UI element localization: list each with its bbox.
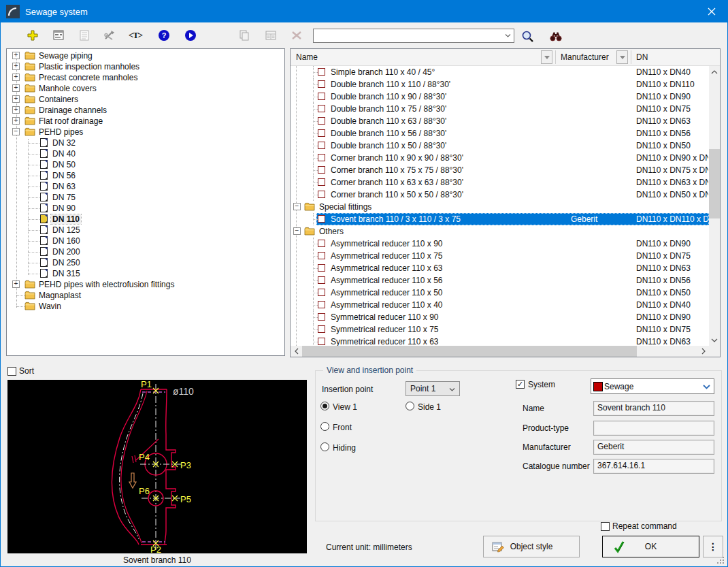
close-button[interactable] (696, 1, 727, 22)
more-options-button[interactable]: ⋮ (703, 536, 723, 557)
table-row[interactable]: Double branch 110 x 90 / 88°30'DN110 x D… (291, 91, 709, 103)
tree-item[interactable]: +Drainage channels (7, 105, 284, 116)
sort-option[interactable]: Sort (7, 366, 34, 376)
vertical-scrollbar[interactable] (709, 66, 720, 346)
table-row[interactable]: Double branch 110 x 63 / 88°30'DN110 x D… (291, 115, 709, 127)
tree-item[interactable]: DN 315 (7, 268, 284, 279)
copy-button[interactable] (238, 29, 250, 42)
item-checkbox[interactable] (318, 93, 325, 100)
search-dropdown-chevron-icon[interactable] (501, 34, 514, 37)
tree-item[interactable]: DN 250 (7, 257, 284, 268)
tree-item[interactable]: −PEHD pipes (7, 127, 284, 137)
item-checkbox[interactable] (318, 289, 325, 296)
item-checkbox[interactable] (318, 313, 325, 321)
sort-checkbox[interactable] (7, 367, 16, 376)
table-row[interactable]: Double branch 110 x 50 / 88°30'DN110 x D… (291, 140, 709, 152)
table-row[interactable]: Corner branch 110 x 90 x 90 / 88°30'DN11… (291, 152, 709, 164)
item-checkbox[interactable] (318, 338, 325, 345)
find-button[interactable] (548, 29, 563, 44)
name-filter-button[interactable] (541, 50, 552, 64)
tree-item[interactable]: DN 50 (7, 159, 284, 170)
item-checkbox[interactable] (318, 117, 325, 125)
item-checkbox[interactable] (318, 252, 325, 259)
tree-item[interactable]: DN 200 (7, 246, 284, 257)
table-group-row[interactable]: −Others (291, 225, 709, 238)
table-row[interactable]: Symmetrical reducer 110 x 63DN110 x DN63 (291, 336, 709, 346)
list-button[interactable] (78, 29, 90, 42)
details-button[interactable] (265, 29, 277, 42)
catalogue-number-field[interactable]: 367.614.16.1 (593, 459, 714, 474)
scroll-left-button[interactable] (291, 346, 302, 357)
tree-item[interactable]: DN 40 (7, 148, 284, 159)
tree-item[interactable]: DN 75 (7, 192, 284, 203)
tree-expander-icon[interactable]: + (12, 84, 20, 92)
group-expander-icon[interactable]: − (293, 227, 301, 235)
tree-item[interactable]: DN 90 (7, 203, 284, 214)
insertion-point-select[interactable]: Point 1 (406, 381, 460, 396)
new-object-button[interactable] (52, 29, 65, 42)
tree-item[interactable]: +Plastic inspection manholes (7, 61, 284, 72)
system-checkbox[interactable]: ✓ (516, 380, 525, 389)
item-checkbox[interactable] (318, 215, 325, 223)
table-row[interactable]: Asymmetrical reducer 110 x 90DN110 x DN9… (291, 238, 709, 250)
radio-view1[interactable] (320, 402, 329, 410)
group-expander-icon[interactable]: − (293, 203, 301, 210)
table-row[interactable]: Symmetrical reducer 110 x 75DN110 x DN75 (291, 323, 709, 336)
radio-front[interactable] (320, 422, 329, 431)
horizontal-scroll-thumb[interactable] (302, 346, 637, 357)
scroll-right-button[interactable] (697, 346, 709, 357)
table-row[interactable]: Simple branch 110 x 40 / 45°DN110 x DN40 (291, 66, 709, 78)
system-select[interactable]: Sewage (591, 378, 714, 394)
radio-hiding[interactable] (320, 442, 329, 451)
column-header-manufacturer[interactable]: Manufacturer (561, 52, 609, 62)
tree-item[interactable]: DN 125 (7, 225, 284, 236)
tree-item[interactable]: DN 110 (7, 214, 284, 225)
table-row[interactable]: Asymmetrical reducer 110 x 75DN110 x DN7… (291, 250, 709, 262)
table-row[interactable]: Symmetrical reducer 110 x 90DN110 x DN90 (291, 311, 709, 323)
item-checkbox[interactable] (318, 240, 325, 247)
tree-expander-icon[interactable]: + (12, 74, 20, 81)
scroll-down-button[interactable] (709, 334, 720, 346)
tree-item[interactable]: DN 32 (7, 137, 284, 148)
search-input[interactable] (314, 30, 501, 42)
item-checkbox[interactable] (318, 68, 325, 76)
table-row[interactable]: Asymmetrical reducer 110 x 40DN110 x DN4… (291, 299, 709, 311)
tree-expander-icon[interactable]: − (12, 128, 20, 135)
search-combobox[interactable] (313, 29, 514, 43)
tree-expander-icon[interactable]: + (12, 63, 20, 70)
tree-item[interactable]: +Containers (7, 94, 284, 105)
item-checkbox[interactable] (318, 191, 325, 198)
item-checkbox[interactable] (318, 325, 325, 333)
table-row[interactable]: Double branch 110 x 110 / 88°30'DN110 x … (291, 78, 709, 91)
table-row[interactable]: Corner branch 110 x 75 x 75 / 88°30'DN11… (291, 164, 709, 176)
object-style-button[interactable]: Object style (483, 536, 580, 557)
table-row[interactable]: Sovent branch 110 / 3 x 110 / 3 x 75Gebe… (291, 213, 709, 225)
item-checkbox[interactable] (318, 80, 325, 88)
table-row[interactable]: Asymmetrical reducer 110 x 63DN110 x DN6… (291, 262, 709, 274)
tree-item[interactable]: +Flat roof drainage (7, 116, 284, 127)
tree-item[interactable]: +Manhole covers (7, 83, 284, 94)
scroll-up-button[interactable] (709, 66, 720, 78)
tree-item[interactable]: Wavin (7, 301, 284, 312)
item-checkbox[interactable] (318, 301, 325, 308)
tree-item[interactable]: DN 56 (7, 170, 284, 181)
tree-item[interactable]: Magnaplast (7, 290, 284, 301)
item-checkbox[interactable] (318, 154, 325, 161)
item-checkbox[interactable] (318, 142, 325, 149)
run-button[interactable] (184, 29, 197, 42)
table-row[interactable]: Double branch 110 x 56 / 88°30'DN110 x D… (291, 127, 709, 140)
table-row[interactable]: Corner branch 110 x 50 x 50 / 88°30'DN11… (291, 189, 709, 201)
vertical-scroll-thumb[interactable] (709, 149, 720, 218)
tree-expander-icon[interactable]: + (12, 106, 20, 114)
tree-item[interactable]: DN 160 (7, 236, 284, 246)
add-button[interactable] (27, 29, 39, 42)
manufacturer-field[interactable]: Geberit (593, 440, 714, 455)
tree-item[interactable]: DN 63 (7, 181, 284, 192)
table-group-row[interactable]: −Special fittings (291, 201, 709, 213)
repeat-command-checkbox[interactable] (601, 522, 610, 531)
tools-button[interactable] (103, 29, 116, 42)
resize-grip[interactable] (716, 556, 725, 565)
radio-side1[interactable] (406, 402, 414, 410)
name-field[interactable]: Sovent branch 110 (593, 401, 714, 416)
table-row[interactable]: Asymmetrical reducer 110 x 56DN110 x DN5… (291, 274, 709, 287)
